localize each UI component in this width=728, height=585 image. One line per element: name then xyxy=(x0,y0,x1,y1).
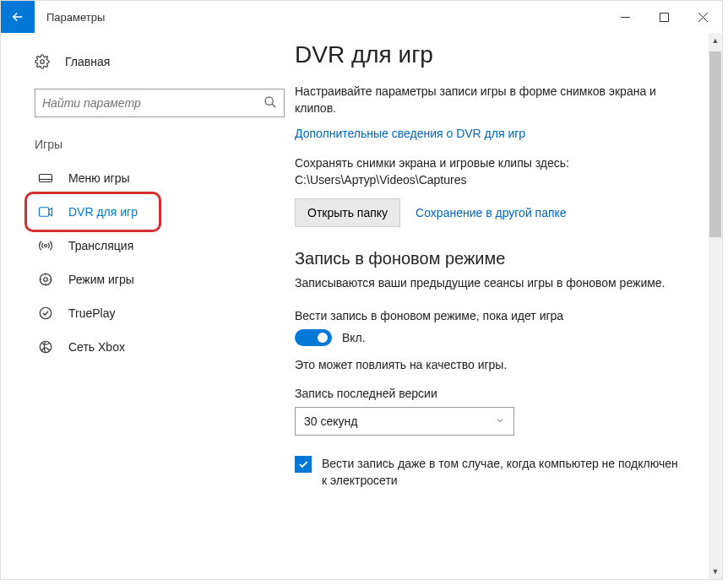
toggle-state-label: Вкл. xyxy=(342,331,366,344)
close-icon xyxy=(698,13,708,22)
last-record-select[interactable]: 30 секунд xyxy=(295,407,514,436)
gamebar-icon xyxy=(38,171,53,186)
open-folder-button[interactable]: Открыть папку xyxy=(295,198,400,227)
svg-rect-0 xyxy=(660,13,668,21)
dvr-icon xyxy=(38,204,53,219)
battery-checkbox-label: Вести запись даже в том случае, когда ко… xyxy=(322,456,678,489)
sidebar-item-game-dvr[interactable]: DVR для игр xyxy=(35,195,285,229)
sidebar-item-label: Режим игры xyxy=(68,273,134,286)
home-button[interactable]: Главная xyxy=(35,46,285,77)
intro-text: Настраивайте параметры записи игры в фор… xyxy=(295,84,678,116)
xbox-icon xyxy=(38,339,53,355)
sidebar-item-game-mode[interactable]: Режим игры xyxy=(35,263,285,296)
page-title: DVR для игр xyxy=(295,41,678,68)
minimize-icon xyxy=(621,13,630,22)
gear-icon xyxy=(35,54,50,69)
bg-record-desc: Записываются ваши предыдущие сеансы игры… xyxy=(295,275,678,292)
gamemode-icon xyxy=(38,272,53,287)
sidebar-item-trueplay[interactable]: TruePlay xyxy=(35,296,285,330)
toggle-row: Вкл. xyxy=(295,329,678,346)
settings-window: Параметры Главная xyxy=(0,0,723,580)
arrow-left-icon xyxy=(10,9,25,24)
svg-point-7 xyxy=(44,278,48,282)
sidebar-item-game-bar[interactable]: Меню игры xyxy=(35,161,285,195)
broadcast-icon xyxy=(38,238,53,253)
back-button[interactable] xyxy=(1,1,35,33)
search-box[interactable] xyxy=(35,89,285,117)
bg-toggle-label: Вести запись в фоновом режиме, пока идет… xyxy=(295,309,678,322)
maximize-icon xyxy=(660,13,669,22)
svg-point-5 xyxy=(45,245,47,247)
home-label: Главная xyxy=(65,55,110,68)
window-title: Параметры xyxy=(46,11,105,24)
sidebar-item-label: TruePlay xyxy=(68,306,116,320)
more-info-link[interactable]: Дополнительные сведения о DVR для игр xyxy=(295,127,525,140)
scrollbar-thumb[interactable] xyxy=(709,51,721,237)
sidebar-item-xbox-network[interactable]: Сеть Xbox xyxy=(35,330,285,364)
battery-checkbox[interactable] xyxy=(295,456,312,473)
svg-rect-3 xyxy=(40,175,52,182)
sidebar: Главная Игры Меню игры DVR xyxy=(1,33,295,579)
window-controls xyxy=(606,1,722,33)
quality-note: Это может повлиять на качество игры. xyxy=(295,358,678,371)
category-label: Игры xyxy=(35,138,285,151)
bg-record-title: Запись в фоновом режиме xyxy=(295,249,678,268)
chevron-down-icon xyxy=(495,414,505,428)
save-other-folder-link[interactable]: Сохранение в другой папке xyxy=(416,206,567,219)
body: Главная Игры Меню игры DVR xyxy=(1,33,722,579)
svg-point-1 xyxy=(41,60,45,64)
folder-row: Открыть папку Сохранение в другой папке xyxy=(295,198,678,227)
search-input[interactable] xyxy=(42,96,263,110)
bg-record-toggle[interactable] xyxy=(295,329,332,346)
select-value: 30 секунд xyxy=(304,414,357,428)
sidebar-item-label: Сеть Xbox xyxy=(68,340,125,354)
svg-rect-4 xyxy=(40,208,49,217)
search-icon xyxy=(263,95,277,111)
save-path-text: Сохранять снимки экрана и игровые клипы … xyxy=(295,155,678,188)
sidebar-item-label: Трансляция xyxy=(68,239,133,252)
titlebar: Параметры xyxy=(1,1,722,33)
maximize-button[interactable] xyxy=(644,1,683,33)
minimize-button[interactable] xyxy=(606,1,644,33)
close-button[interactable] xyxy=(683,1,722,33)
toggle-knob xyxy=(318,333,328,343)
sidebar-item-broadcast[interactable]: Трансляция xyxy=(35,229,285,263)
scrollbar[interactable]: ▲ ▼ xyxy=(709,33,722,579)
check-icon xyxy=(297,458,309,470)
trueplay-icon xyxy=(38,306,53,321)
svg-point-2 xyxy=(265,97,273,105)
svg-point-8 xyxy=(40,307,52,319)
battery-checkbox-row: Вести запись даже в том случае, когда ко… xyxy=(295,456,678,489)
svg-point-9 xyxy=(40,341,52,353)
content-area: DVR для игр Настраивайте параметры запис… xyxy=(295,33,722,579)
scroll-down-icon[interactable]: ▼ xyxy=(709,564,722,579)
sidebar-item-label: Меню игры xyxy=(68,171,130,185)
sidebar-item-label: DVR для игр xyxy=(68,205,138,219)
last-record-label: Запись последней версии xyxy=(295,387,678,400)
scroll-up-icon[interactable]: ▲ xyxy=(709,33,722,48)
